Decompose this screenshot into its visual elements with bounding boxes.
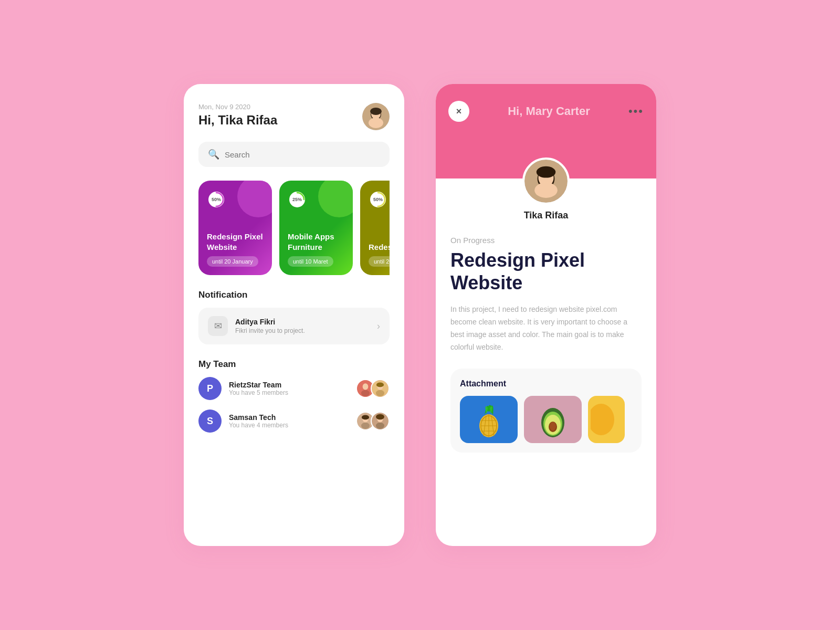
notif-sub: Fikri invite you to project. [235,327,370,334]
left-card: Mon, Nov 9 2020 Hi, Tika Rifaa 🔍 [184,84,404,546]
project-card-redesign-ikea[interactable]: 50% Redesign IKEA until 20 [360,181,390,275]
svg-point-17 [376,382,384,387]
team-badge-s: S [198,410,222,433]
project-card-mobile-apps[interactable]: 25% Mobile Apps Furniture until 10 Maret [279,181,353,275]
team-item-samsan[interactable]: S Samsan Tech You have 4 members [198,410,390,433]
attachment-pineapple[interactable] [460,396,518,443]
header-info: Mon, Nov 9 2020 Hi, Tika Rifaa [198,103,277,128]
mail-icon: ✉ [208,316,228,336]
project-card-redesign-pixel[interactable]: 50% Redesign Pixel Website until 20 Janu… [198,181,272,275]
team-name: RietzStar Team [229,381,349,389]
project-date: until 20 [369,256,390,267]
more-button[interactable]: ••• [628,104,644,118]
team-avatar [371,412,390,430]
search-icon: 🔍 [208,149,219,160]
close-button[interactable]: × [448,101,469,122]
team-name: Samsan Tech [229,413,349,422]
attachment-yellow[interactable] [588,396,625,443]
svg-point-16 [376,390,384,396]
team-info: RietzStar Team You have 5 members [229,381,349,396]
header-date: Mon, Nov 9 2020 [198,103,277,111]
project-name: Mobile Apps Furniture until 10 Maret [288,216,344,267]
project-date: until 20 January [207,256,258,267]
projects-row: 50% Redesign Pixel Website until 20 Janu… [198,181,390,275]
notification-label: Notification [198,290,390,300]
project-name: Redesign IKEA until 20 [369,226,390,267]
search-input[interactable] [225,150,380,159]
svg-point-29 [537,166,555,178]
project-name: Redesign Pixel Website until 20 January [207,216,264,267]
project-description: In this project, I need to redesign webs… [450,303,642,353]
progress-text: 50% [207,190,226,209]
svg-point-25 [376,414,384,420]
progress-indicator: 50% [207,190,226,209]
user-avatar[interactable] [362,103,390,130]
team-avatars [356,412,390,430]
svg-point-43 [550,422,556,430]
notif-name: Aditya Fikri [235,318,370,326]
right-body: Tika Rifaa On Progress Redesign Pixel We… [436,178,656,546]
attachment-title: Attachment [460,379,632,388]
team-members: You have 4 members [229,422,349,429]
profile-name: Tika Rifaa [450,210,642,221]
svg-point-12 [363,383,369,390]
svg-point-30 [534,183,558,198]
chevron-right-icon: › [377,321,380,332]
progress-indicator: 50% [369,190,387,209]
search-bar[interactable]: 🔍 [198,142,390,167]
header-title: Hi, Tika Rifaa [198,113,277,128]
project-date: until 10 Maret [288,256,333,267]
project-big-title: Redesign Pixel Website [450,249,642,294]
team-info: Samsan Tech You have 4 members [229,413,349,429]
team-avatar [371,379,390,398]
team-label: My Team [198,359,390,370]
header-controls: × Hi, Mary Carter ••• [448,101,644,122]
on-progress-label: On Progress [450,236,642,245]
attachment-card: Attachment [450,369,642,453]
attachment-avocado[interactable] [524,396,582,443]
team-avatars [356,379,390,398]
svg-point-20 [361,423,370,429]
progress-text: 50% [369,190,387,209]
svg-point-13 [361,390,370,396]
notification-card[interactable]: ✉ Aditya Fikri Fikri invite you to proje… [198,308,390,344]
progress-indicator: 25% [288,190,307,209]
greeting-text: Hi, Mary Carter [508,104,590,118]
team-members: You have 5 members [229,389,349,396]
team-item-rietzstar[interactable]: P RietzStar Team You have 5 members [198,377,390,400]
notification-content: Aditya Fikri Fikri invite you to project… [235,318,370,334]
team-badge-p: P [198,377,222,400]
attachment-images [460,396,632,443]
header-row: Mon, Nov 9 2020 Hi, Tika Rifaa [198,103,390,130]
svg-point-24 [376,423,384,429]
profile-avatar [522,158,570,205]
progress-text: 25% [288,190,307,209]
svg-point-21 [362,415,369,419]
right-card: × Hi, Mary Carter ••• Tika Rifaa On Prog… [436,84,656,546]
right-header: × Hi, Mary Carter ••• [436,84,656,178]
svg-point-4 [370,108,382,115]
